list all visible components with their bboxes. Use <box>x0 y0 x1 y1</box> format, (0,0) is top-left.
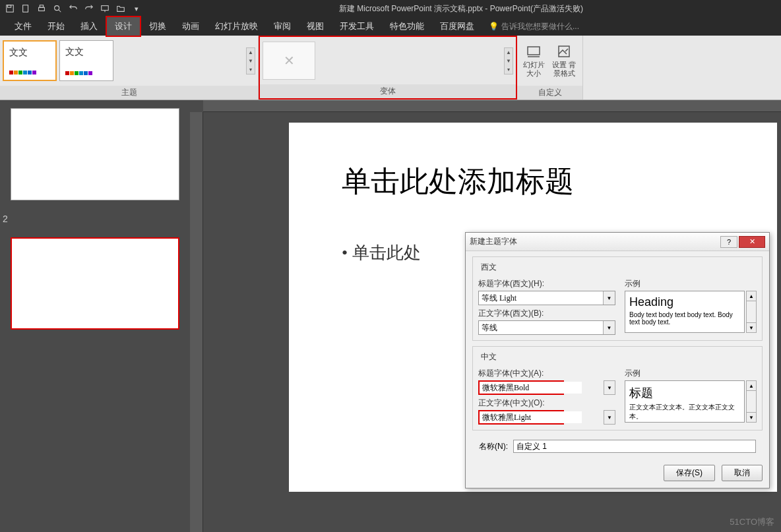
menu-slideshow[interactable]: 幻灯片放映 <box>207 17 266 36</box>
ribbon-group-variants: ✕ ▲▼▾ 变体 <box>259 36 517 100</box>
ruler-horizontal <box>203 100 781 112</box>
chinese-fieldset: 中文 标题字体(中文)(A): ▼ 正文字体(中文)(O): <box>472 346 763 430</box>
lightbulb-icon: 💡 <box>489 22 499 31</box>
menu-animations[interactable]: 动画 <box>174 17 207 36</box>
latin-sample-box: Heading Body text body text body text. B… <box>625 291 745 333</box>
dropdown-icon[interactable]: ▼ <box>604 410 615 425</box>
ribbon-label-custom: 自定义 <box>517 86 582 100</box>
svg-rect-4 <box>40 5 43 8</box>
scroll-down-icon[interactable]: ▼ <box>746 412 757 423</box>
scroll-up-icon[interactable]: ▲ <box>746 291 757 301</box>
latin-sample-label: 示例 <box>625 278 757 289</box>
background-icon <box>556 44 572 59</box>
dropdown-icon[interactable]: ▼ <box>604 380 615 395</box>
tell-me-search[interactable]: 💡 告诉我您想要做什么... <box>489 21 579 32</box>
theme-thumb[interactable]: 文文 <box>3 40 57 81</box>
ribbon-label-variants: 变体 <box>260 84 516 98</box>
latin-fieldset: 西文 标题字体(西文)(H): ▼ 正文字体(西文)(B): ▼ <box>472 256 763 341</box>
slide-size-icon <box>526 44 542 59</box>
themes-gallery-more[interactable]: ▲▼▾ <box>246 47 255 74</box>
svg-rect-9 <box>528 47 540 55</box>
slide-title-placeholder[interactable]: 单击此处添加标题 <box>342 162 574 201</box>
scroll-up-icon[interactable]: ▲ <box>746 380 757 391</box>
slide-thumbnail[interactable] <box>11 237 179 330</box>
menu-features[interactable]: 特色功能 <box>382 17 432 36</box>
titlebar: ▾ 新建 Microsoft PowerPoint 演示文稿.pptx - Po… <box>0 0 781 17</box>
slide-thumbnail[interactable] <box>11 108 179 200</box>
menu-insert[interactable]: 插入 <box>73 17 106 36</box>
dialog-name-row: 名称(N): <box>472 436 763 459</box>
ribbon: 文文 文文 ▲▼▾ 主题 ✕ ▲▼▾ 变体 幻灯片 大小 <box>0 36 781 100</box>
background-format-button[interactable]: 设置 背景格式 <box>550 41 578 80</box>
chinese-sample-box: 标题 正文文本正文文本。正文文本正文文本。 <box>625 380 745 423</box>
menu-design[interactable]: 设计 <box>106 16 141 37</box>
svg-rect-7 <box>102 6 109 11</box>
name-input[interactable] <box>513 440 756 453</box>
slideshow-icon[interactable] <box>98 1 112 16</box>
variants-gallery-more[interactable]: ▲▼▾ <box>504 47 513 74</box>
menu-developer[interactable]: 开发工具 <box>332 17 382 36</box>
save-button[interactable]: 保存(S) <box>664 465 715 481</box>
cancel-button[interactable]: 取消 <box>722 465 763 481</box>
ruler-vertical <box>190 112 203 532</box>
redo-icon[interactable] <box>82 1 96 16</box>
watermark: 51CTO博客 <box>730 516 774 528</box>
dialog-titlebar[interactable]: 新建主题字体 ? ✕ <box>466 233 769 251</box>
menu-home[interactable]: 开始 <box>40 17 73 36</box>
window-title: 新建 Microsoft PowerPoint 演示文稿.pptx - Powe… <box>144 3 778 15</box>
undo-icon[interactable] <box>66 1 80 16</box>
slide-number: 2 <box>3 214 8 224</box>
dropdown-icon[interactable]: ▼ <box>603 321 615 334</box>
chinese-body-combo[interactable] <box>478 410 564 425</box>
chinese-sample-label: 示例 <box>625 368 757 379</box>
new-icon[interactable] <box>18 1 33 16</box>
close-button[interactable]: ✕ <box>739 236 765 248</box>
svg-line-6 <box>59 10 61 13</box>
help-button[interactable]: ? <box>720 236 737 248</box>
latin-body-input[interactable] <box>479 321 603 334</box>
chinese-body-label: 正文字体(中文)(O): <box>478 398 615 409</box>
latin-heading-label: 标题字体(西文)(H): <box>478 278 615 289</box>
ribbon-group-custom: 幻灯片 大小 设置 背景格式 自定义 <box>517 36 583 100</box>
menu-file[interactable]: 文件 <box>7 17 40 36</box>
menu-review[interactable]: 审阅 <box>266 17 299 36</box>
scroll-down-icon[interactable]: ▼ <box>746 322 757 333</box>
chinese-heading-combo[interactable] <box>478 380 564 395</box>
slides-panel: 2 <box>0 100 190 532</box>
menu-baidu[interactable]: 百度网盘 <box>432 17 482 36</box>
chinese-body-input[interactable] <box>480 411 582 423</box>
svg-point-5 <box>55 6 59 11</box>
dropdown-icon[interactable]: ▼ <box>603 291 615 305</box>
latin-heading-input[interactable] <box>479 291 603 305</box>
variant-thumb[interactable]: ✕ <box>263 42 315 80</box>
save-icon[interactable] <box>3 1 17 16</box>
latin-heading-combo[interactable]: ▼ <box>478 291 615 305</box>
chinese-heading-label: 标题字体(中文)(A): <box>478 368 615 379</box>
quick-access-toolbar: ▾ <box>3 1 144 16</box>
ribbon-label-themes: 主题 <box>0 86 258 100</box>
theme-fonts-dialog: 新建主题字体 ? ✕ 西文 标题字体(西文)(H): ▼ 正文字体(西文)(B)… <box>465 232 770 488</box>
preview-icon[interactable] <box>50 1 65 16</box>
menu-view[interactable]: 视图 <box>299 17 332 36</box>
svg-rect-3 <box>39 7 45 11</box>
ribbon-group-themes: 文文 文文 ▲▼▾ 主题 <box>0 36 259 100</box>
slide-body-placeholder[interactable]: • 单击此处 <box>342 241 421 264</box>
menu-transitions[interactable]: 切换 <box>141 17 174 36</box>
svg-rect-2 <box>23 5 28 13</box>
slide-size-button[interactable]: 幻灯片 大小 <box>520 41 547 80</box>
name-label: 名称(N): <box>479 441 508 452</box>
menubar: 文件 开始 插入 设计 切换 动画 幻灯片放映 审阅 视图 开发工具 特色功能 … <box>0 17 781 36</box>
latin-body-combo[interactable]: ▼ <box>478 320 615 335</box>
open-icon[interactable] <box>113 1 128 16</box>
latin-body-label: 正文字体(西文)(B): <box>478 308 615 319</box>
print-icon[interactable] <box>34 1 49 16</box>
dialog-title: 新建主题字体 <box>470 236 720 247</box>
svg-rect-1 <box>8 5 11 8</box>
chinese-heading-input[interactable] <box>480 382 582 394</box>
theme-thumb[interactable]: 文文 <box>59 40 113 81</box>
qat-dropdown-icon[interactable]: ▾ <box>129 1 144 16</box>
